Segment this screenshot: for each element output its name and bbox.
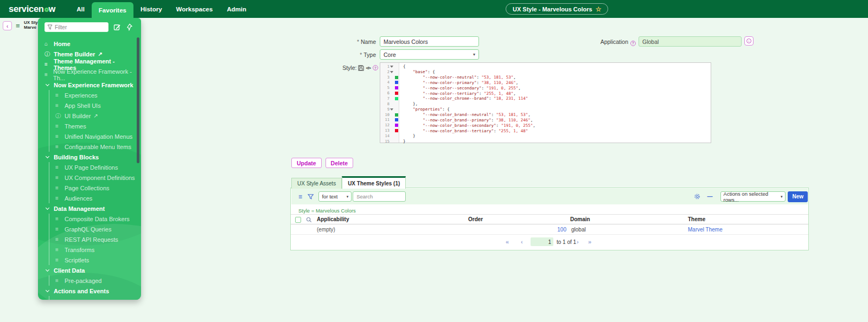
- logo-text-post: w: [49, 4, 56, 14]
- menu-item[interactable]: ⓘ UI Builder ↗: [38, 111, 141, 121]
- list-icon: ≡: [55, 92, 62, 98]
- menu-item[interactable]: ≡ Audiences: [38, 193, 141, 203]
- search-field-select[interactable]: for text ▾: [318, 191, 352, 202]
- cell-theme-link[interactable]: Marvel Theme: [688, 227, 723, 233]
- table-row[interactable]: (empty) 100 global Marvel Theme: [291, 224, 808, 235]
- list-icon: ≡: [55, 226, 62, 232]
- color-swatch: [395, 97, 398, 100]
- code-view-icon[interactable]: </>: [366, 66, 371, 70]
- menu-item[interactable]: ≡ Experiences: [38, 90, 141, 100]
- list-icon: ≡: [55, 185, 62, 191]
- favorite-star-icon[interactable]: ☆: [596, 5, 602, 13]
- related-list-tab[interactable]: UX Theme Styles (1): [342, 176, 406, 189]
- menu-item[interactable]: ≡ Page Collections: [38, 183, 141, 193]
- nav-item[interactable]: Workspaces: [169, 0, 220, 18]
- menu-item[interactable]: ≡ Composite Data Brokers: [38, 214, 141, 224]
- nav-item[interactable]: History: [133, 0, 169, 18]
- application-input[interactable]: [639, 36, 742, 47]
- menu-item[interactable]: ≡ Unified Navigation Menus: [38, 131, 141, 141]
- menu-item[interactable]: Data Management: [38, 203, 141, 214]
- menu-item[interactable]: ≡ GraphQL Queries: [38, 224, 141, 234]
- menu-item[interactable]: ≡: [38, 296, 141, 300]
- back-button[interactable]: ‹: [3, 21, 12, 30]
- menu-item[interactable]: ⌂ Home: [38, 38, 141, 49]
- list-filter-icon[interactable]: [308, 194, 314, 200]
- type-select-value: Core: [384, 51, 396, 58]
- nav-item[interactable]: Favorites: [92, 2, 133, 18]
- application-help-icon[interactable]: ?: [630, 41, 636, 46]
- menu-item[interactable]: Now Experience Framework: [38, 80, 141, 90]
- last-page-icon[interactable]: »: [588, 239, 591, 245]
- new-button[interactable]: New: [788, 191, 808, 202]
- next-page-icon[interactable]: ›: [577, 239, 579, 245]
- pin-menu-icon[interactable]: [126, 23, 133, 31]
- column-header[interactable]: Applicability: [317, 216, 349, 222]
- column-header[interactable]: Theme: [688, 216, 705, 222]
- cell-applicability: (empty): [317, 227, 335, 233]
- menu-item[interactable]: ≡ Themes: [38, 121, 141, 131]
- menu-item[interactable]: Building Blocks: [38, 152, 141, 162]
- type-select[interactable]: Core ▾: [380, 49, 479, 60]
- list-icon: ≡: [44, 61, 52, 67]
- list-icon: ≡: [55, 133, 62, 139]
- favorites-filter-input[interactable]: [55, 24, 98, 30]
- external-link-icon: ↗: [98, 51, 102, 57]
- menu-item-label: Now Experience Framework: [54, 82, 133, 88]
- menu-item[interactable]: ≡ UX Component Definitions: [38, 172, 141, 183]
- column-header[interactable]: Domain: [570, 216, 590, 222]
- related-list-tabs: UX Style Assets UX Theme Styles (1): [291, 176, 406, 189]
- menu-item-label: Home: [54, 41, 71, 47]
- menu-item[interactable]: ≡ Pre-packaged: [38, 275, 141, 286]
- menu-item[interactable]: ≡ Now Experience Framework - Th...: [38, 69, 141, 80]
- fold-caret-icon[interactable]: [390, 71, 394, 73]
- name-input[interactable]: [380, 36, 479, 47]
- nav-item[interactable]: Admin: [220, 0, 253, 18]
- list-breadcrumb[interactable]: Style = Marvelous Colors: [298, 208, 356, 214]
- style-code-editor[interactable]: 1{2 "base": {3 "--now-color--neutral": "…: [380, 62, 711, 143]
- menu-item[interactable]: ≡ Transforms: [38, 244, 141, 255]
- list-icon: ≡: [55, 123, 62, 129]
- cell-order-link[interactable]: 100: [519, 227, 566, 233]
- page-number-input[interactable]: [531, 237, 553, 246]
- collapse-list-icon[interactable]: —: [707, 194, 713, 199]
- application-info-button[interactable]: i: [744, 36, 754, 46]
- column-header[interactable]: Order: [468, 216, 483, 222]
- delete-button[interactable]: Delete: [326, 158, 354, 168]
- menu-item[interactable]: ≡ REST API Requests: [38, 234, 141, 244]
- code-line: 9 "properties": {: [380, 107, 711, 112]
- edit-favorites-icon[interactable]: [113, 23, 121, 31]
- favorites-filter-field[interactable]: [44, 22, 108, 32]
- menu-item[interactable]: ≡ UX Page Definitions: [38, 162, 141, 172]
- update-button[interactable]: Update: [291, 158, 322, 168]
- list-icon: ≡: [55, 236, 62, 242]
- menu-item[interactable]: ≡ App Shell UIs: [38, 100, 141, 111]
- form-context-menu-icon[interactable]: ≡: [16, 22, 20, 30]
- context-record-pill[interactable]: UX Style - Marvelous Colors ☆: [506, 3, 608, 15]
- servicenow-logo[interactable]: servicenw: [9, 0, 55, 18]
- menu-item[interactable]: ≡ Scriptlets: [38, 255, 141, 265]
- menu-item[interactable]: ≡ Configurable Menu Items: [38, 141, 141, 152]
- chevron-down-icon: [46, 154, 49, 158]
- color-swatch: [395, 118, 398, 121]
- fold-caret-icon[interactable]: [390, 108, 394, 111]
- save-style-icon[interactable]: [358, 65, 364, 71]
- list-icon: ≡: [55, 298, 62, 300]
- menu-item-label: Actions and Events: [54, 288, 109, 294]
- menu-scrollbar[interactable]: [137, 37, 139, 163]
- actions-select[interactable]: Actions on selected rows... ▾: [720, 191, 786, 202]
- first-page-icon[interactable]: «: [506, 239, 509, 245]
- prev-page-icon[interactable]: ‹: [521, 239, 523, 245]
- list-search-input[interactable]: [353, 191, 406, 202]
- list-settings-gear-icon[interactable]: [694, 193, 700, 200]
- menu-item[interactable]: Client Data: [38, 265, 141, 275]
- fold-caret-icon[interactable]: [390, 66, 394, 68]
- list-context-menu-icon[interactable]: ≡: [298, 193, 302, 201]
- related-list-tab[interactable]: UX Style Assets: [291, 178, 342, 189]
- style-help-icon[interactable]: ?: [373, 65, 378, 70]
- record-title-line2: Marve: [24, 25, 38, 30]
- pagination-range-label: to 1 of 1: [557, 239, 576, 245]
- menu-item[interactable]: Actions and Events: [38, 286, 141, 296]
- code-line: 1{: [380, 64, 711, 69]
- chevron-down-icon: [46, 267, 49, 271]
- nav-item[interactable]: All: [69, 0, 92, 18]
